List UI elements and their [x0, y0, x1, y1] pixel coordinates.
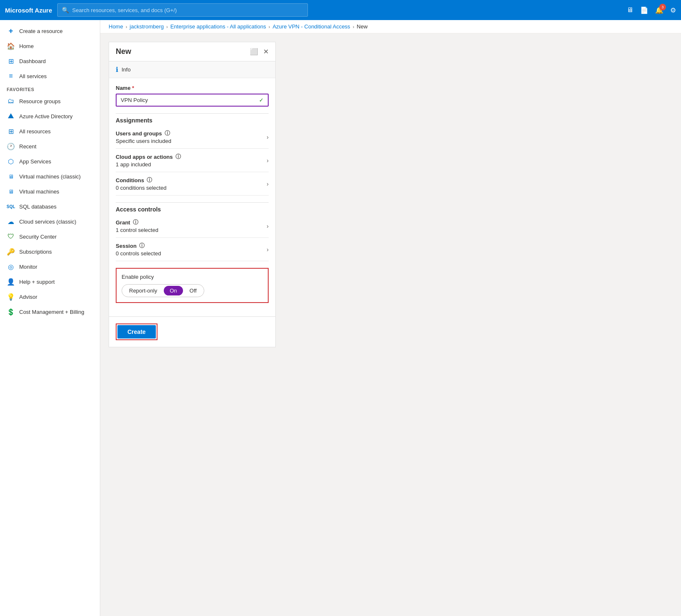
- name-field-group: Name * ✓: [116, 85, 269, 107]
- sidebar-item-home[interactable]: 🏠 Home: [0, 38, 100, 53]
- sidebar-item-recent[interactable]: 🕐 Recent: [0, 139, 100, 154]
- directory-icon[interactable]: 📄: [640, 6, 648, 14]
- grant-chevron: ›: [267, 223, 269, 229]
- sidebar-item-security-center[interactable]: 🛡 Security Center: [0, 229, 100, 244]
- users-groups-label: Users and groups ⓘ: [116, 130, 171, 137]
- advisor-icon: 💡: [7, 293, 15, 301]
- enable-policy-label: Enable policy: [122, 274, 263, 280]
- conditions-chevron: ›: [267, 181, 269, 187]
- sidebar-item-all-services[interactable]: ≡ All services: [0, 69, 100, 84]
- sidebar-item-advisor[interactable]: 💡 Advisor: [0, 289, 100, 304]
- sidebar-item-label: Home: [19, 43, 34, 49]
- cloud-apps-row[interactable]: Cloud apps or actions ⓘ 1 app included ›: [116, 149, 269, 172]
- sidebar-item-label: Cloud services (classic): [19, 219, 76, 225]
- check-icon: ✓: [259, 97, 264, 103]
- info-icon: ℹ: [116, 66, 118, 74]
- create-button[interactable]: Create: [117, 325, 156, 339]
- breadcrumb-current: New: [357, 23, 368, 30]
- breadcrumb-jackstromberg[interactable]: jackstromberg: [130, 23, 164, 30]
- breadcrumb: Home › jackstromberg › Enterprise applic…: [100, 20, 681, 33]
- create-button-wrapper: Create: [116, 323, 158, 340]
- sidebar-item-virtual-machines-classic[interactable]: 🖥 Virtual machines (classic): [0, 169, 100, 184]
- grant-value: 1 control selected: [116, 227, 158, 233]
- subscriptions-icon: 🔑: [7, 247, 15, 256]
- sidebar-item-cost-management[interactable]: 💲 Cost Management + Billing: [0, 304, 100, 319]
- sidebar-item-label: Help + support: [19, 279, 55, 285]
- cloud-apps-chevron: ›: [267, 157, 269, 164]
- search-input[interactable]: [72, 7, 303, 13]
- settings-icon[interactable]: ⚙: [670, 6, 676, 14]
- session-label: Session ⓘ: [116, 242, 161, 249]
- close-icon[interactable]: ✕: [263, 48, 269, 56]
- users-groups-row[interactable]: Users and groups ⓘ Specific users includ…: [116, 125, 269, 149]
- create-section: Create: [109, 316, 275, 347]
- sidebar-item-label: App Services: [19, 158, 51, 165]
- session-row[interactable]: Session ⓘ 0 controls selected ›: [116, 238, 269, 261]
- name-label: Name *: [116, 85, 269, 91]
- vm-classic-icon: 🖥: [7, 172, 15, 181]
- breadcrumb-home[interactable]: Home: [109, 23, 123, 30]
- toggle-report-only[interactable]: Report-only: [123, 286, 163, 295]
- conditions-value: 0 conditions selected: [116, 185, 166, 191]
- sidebar-item-virtual-machines[interactable]: 🖥 Virtual machines: [0, 184, 100, 199]
- panel-area: New ⬜ ✕ ℹ Info Name: [100, 33, 681, 356]
- users-groups-info-icon[interactable]: ⓘ: [165, 130, 170, 137]
- toggle-off[interactable]: Off: [184, 286, 203, 295]
- enable-policy-section: Enable policy Report-only On Off: [116, 268, 269, 303]
- cloud-apps-info-icon[interactable]: ⓘ: [175, 153, 181, 160]
- sidebar-item-app-services[interactable]: ⬡ App Services: [0, 154, 100, 169]
- brand-name: Microsoft Azure: [5, 7, 52, 14]
- all-resources-icon: ⊞: [7, 127, 15, 135]
- conditions-row[interactable]: Conditions ⓘ 0 conditions selected ›: [116, 172, 269, 196]
- sidebar-item-azure-active-directory[interactable]: Azure Active Directory: [0, 109, 100, 124]
- panel-header: New ⬜ ✕: [109, 42, 275, 61]
- plus-icon: +: [7, 27, 15, 35]
- main-layout: + Create a resource 🏠 Home ⊞ Dashboard ≡…: [0, 20, 681, 616]
- session-chevron: ›: [267, 246, 269, 253]
- maximize-icon[interactable]: ⬜: [250, 48, 258, 56]
- notification-badge: 3: [659, 4, 666, 10]
- info-section: ℹ Info: [109, 61, 275, 78]
- info-label: Info: [122, 66, 131, 73]
- breadcrumb-azure-vpn[interactable]: Azure VPN - Conditional Access: [272, 23, 350, 30]
- assignments-divider: [116, 113, 269, 114]
- sidebar-item-resource-groups[interactable]: 🗂 Resource groups: [0, 94, 100, 109]
- panel-header-icons: ⬜ ✕: [250, 48, 269, 56]
- favorites-label: FAVORITES: [0, 84, 100, 94]
- sidebar-item-subscriptions[interactable]: 🔑 Subscriptions: [0, 244, 100, 259]
- grant-info-icon[interactable]: ⓘ: [133, 219, 138, 226]
- list-icon: ≡: [7, 72, 15, 80]
- sidebar-item-cloud-services[interactable]: ☁ Cloud services (classic): [0, 214, 100, 229]
- resource-groups-icon: 🗂: [7, 97, 15, 105]
- users-groups-value: Specific users included: [116, 138, 171, 144]
- search-bar[interactable]: 🔍: [57, 3, 308, 17]
- recent-icon: 🕐: [7, 142, 15, 150]
- sidebar-item-all-resources[interactable]: ⊞ All resources: [0, 124, 100, 139]
- required-indicator: *: [132, 85, 134, 91]
- breadcrumb-enterprise-apps[interactable]: Enterprise applications - All applicatio…: [170, 23, 266, 30]
- sidebar-item-label: Resource groups: [19, 98, 61, 104]
- notification-icon[interactable]: 🔔 3: [655, 6, 663, 14]
- session-info-icon[interactable]: ⓘ: [139, 242, 145, 249]
- svg-marker-0: [8, 113, 14, 118]
- help-icon: 👤: [7, 277, 15, 286]
- toggle-on[interactable]: On: [164, 286, 183, 295]
- vm-icon: 🖥: [7, 187, 15, 196]
- sidebar-item-help-support[interactable]: 👤 Help + support: [0, 274, 100, 289]
- cloud-apps-info: Cloud apps or actions ⓘ 1 app included: [116, 153, 181, 168]
- name-input[interactable]: [121, 97, 259, 103]
- breadcrumb-sep-4: ›: [353, 24, 354, 29]
- grant-info: Grant ⓘ 1 control selected: [116, 219, 158, 233]
- app-services-icon: ⬡: [7, 157, 15, 165]
- sidebar-item-monitor[interactable]: ◎ Monitor: [0, 259, 100, 274]
- sidebar-item-sql-databases[interactable]: SQL SQL databases: [0, 199, 100, 214]
- access-controls-divider: [116, 202, 269, 203]
- enable-policy-toggle[interactable]: Report-only On Off: [122, 284, 204, 297]
- grant-row[interactable]: Grant ⓘ 1 control selected ›: [116, 214, 269, 238]
- sidebar-item-dashboard[interactable]: ⊞ Dashboard: [0, 53, 100, 69]
- conditions-info-icon[interactable]: ⓘ: [147, 176, 152, 184]
- home-icon: 🏠: [7, 42, 15, 50]
- cloud-shell-icon[interactable]: 🖥: [627, 6, 633, 14]
- topbar: Microsoft Azure 🔍 🖥 📄 🔔 3 ⚙: [0, 0, 681, 20]
- sidebar-item-create-resource[interactable]: + Create a resource: [0, 23, 100, 38]
